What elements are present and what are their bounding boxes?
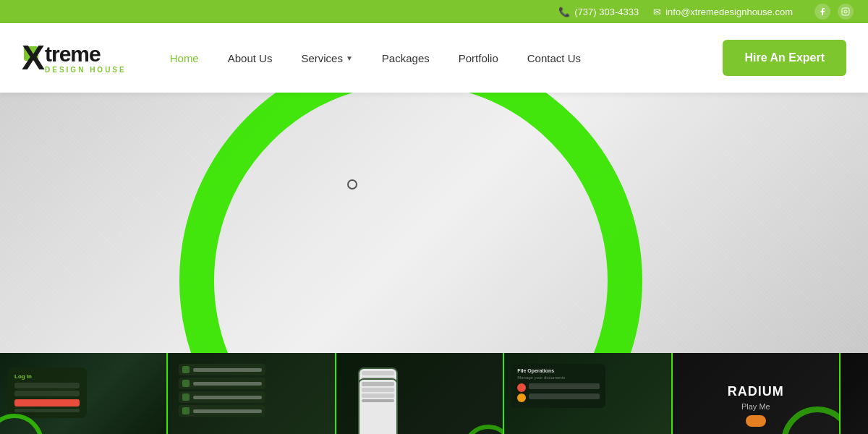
nav-about[interactable]: About Us <box>213 46 287 70</box>
email-contact[interactable]: ✉ info@xtremedesignhouse.com <box>653 7 793 17</box>
logo-x: X <box>22 38 45 77</box>
nav-services[interactable]: Services ▼ <box>286 46 367 70</box>
header: X treme DESIGN HOUSE Home About Us Servi… <box>0 23 868 93</box>
email-address: info@xtremedesignhouse.com <box>665 7 793 17</box>
portfolio-item-login[interactable]: Log In <box>0 353 166 434</box>
logo[interactable]: X treme DESIGN HOUSE <box>22 41 127 75</box>
logo-tagline: DESIGN HOUSE <box>45 66 127 74</box>
nav-home[interactable]: Home <box>156 46 213 70</box>
email-icon: ✉ <box>653 7 661 17</box>
dash-title: File Operations <box>517 368 600 373</box>
dash-subtitle: Manage your documents <box>517 375 600 380</box>
top-bar: 📞 (737) 303-4333 ✉ info@xtremedesignhous… <box>0 0 868 23</box>
nav-packages[interactable]: Packages <box>367 46 444 70</box>
radium-play-btn[interactable] <box>746 415 766 427</box>
settings-row-3 <box>179 391 265 403</box>
settings-text-2 <box>193 382 262 386</box>
sign-up-btn <box>14 399 80 407</box>
settings-row-2 <box>179 378 265 389</box>
settings-card <box>179 364 265 419</box>
services-dropdown-arrow: ▼ <box>346 54 353 62</box>
facebook-icon[interactable] <box>814 4 830 20</box>
input-password <box>14 391 80 396</box>
social-icons <box>814 4 854 20</box>
phone-screen-2 <box>359 380 396 434</box>
phone-number: (737) 303-4333 <box>574 7 639 17</box>
login-extra <box>14 409 80 412</box>
hero-dot <box>347 179 357 190</box>
pf-circle-3 <box>463 425 503 434</box>
logo-treme: treme <box>45 42 127 66</box>
main-nav: Home About Us Services ▼ Packages Portfo… <box>156 46 723 70</box>
instagram-icon[interactable] <box>838 4 854 20</box>
radium-title: RADIUM <box>728 384 784 399</box>
phone-contact[interactable]: 📞 (737) 303-4333 <box>558 7 639 17</box>
dash-bar-2 <box>529 393 600 399</box>
dash-bar-1 <box>529 383 600 389</box>
portfolio-item-mobile[interactable] <box>335 353 503 434</box>
input-username <box>14 383 80 388</box>
login-card: Log In <box>7 367 87 418</box>
radium-card: RADIUM Play Me <box>720 377 791 434</box>
portfolio-item-dark[interactable] <box>839 353 868 434</box>
dash-btn-red <box>517 383 526 392</box>
svg-rect-0 <box>842 8 849 15</box>
phone-mock-2 <box>358 378 398 434</box>
settings-text-4 <box>193 409 262 413</box>
phone-row-8 <box>362 393 394 398</box>
dashboard-card: File Operations Manage your documents <box>511 364 605 408</box>
dark-app-bg <box>841 353 868 434</box>
portfolio-item-settings[interactable] <box>166 353 334 434</box>
settings-icon-4 <box>182 407 190 414</box>
phone-row-7 <box>362 388 394 392</box>
settings-text-3 <box>193 396 262 399</box>
phone-row-6 <box>362 382 394 386</box>
portfolio-item-dashboard[interactable]: File Operations Manage your documents <box>503 353 671 434</box>
hero-green-circle <box>179 93 642 353</box>
dash-btn-orange <box>517 393 526 402</box>
portfolio-item-radium[interactable]: RADIUM Play Me <box>671 353 839 434</box>
settings-row-1 <box>179 364 265 375</box>
settings-row-4 <box>179 405 265 417</box>
nav-contact[interactable]: Contact Us <box>513 46 595 70</box>
phone-icon: 📞 <box>558 7 570 17</box>
login-title: Log In <box>14 373 80 380</box>
hire-expert-button[interactable]: Hire An Expert <box>723 40 846 76</box>
hero-section <box>0 93 868 353</box>
dash-row-2 <box>517 393 600 402</box>
radium-play-text: Play Me <box>728 402 784 411</box>
nav-portfolio[interactable]: Portfolio <box>444 46 513 70</box>
settings-icon-2 <box>182 380 190 387</box>
phone-row-9 <box>362 399 394 402</box>
portfolio-strip: Log In <box>0 353 868 434</box>
settings-text-1 <box>193 368 262 372</box>
settings-icon-3 <box>182 393 190 401</box>
settings-icon-1 <box>182 366 190 373</box>
phone-row-1 <box>362 371 394 375</box>
dash-row-1 <box>517 383 600 392</box>
